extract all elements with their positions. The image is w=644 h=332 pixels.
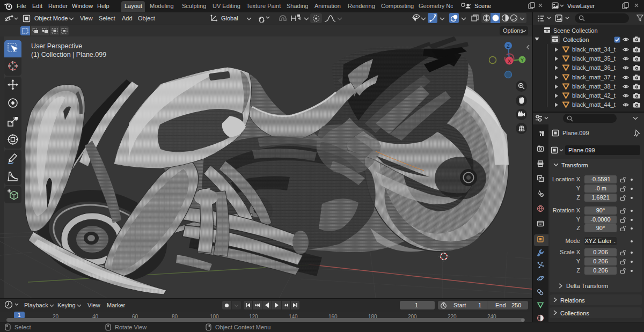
svg-text:Y: Y (521, 57, 524, 63)
svg-text:X: X (508, 58, 511, 64)
svg-text:Z: Z (507, 43, 510, 49)
